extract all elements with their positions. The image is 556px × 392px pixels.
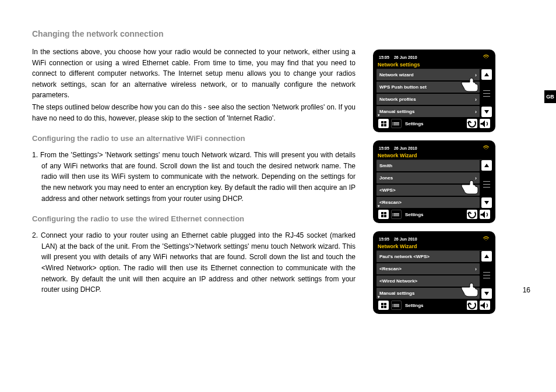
status-time: 15:05 (379, 146, 389, 150)
chevron-right-icon: › (475, 266, 477, 272)
footer-label: Settings (404, 121, 464, 126)
scroll-track (481, 80, 492, 107)
back-button[interactable] (467, 301, 477, 310)
device-screenshot-2: 15:05 26 Jun 2010 Network Wizard Smith J… (373, 140, 495, 223)
home-grid-button[interactable] (378, 301, 389, 310)
list-button[interactable] (391, 301, 402, 310)
screen-title: Network settings (376, 61, 492, 69)
menu-label: Smith (379, 163, 477, 168)
status-time: 15:05 (379, 55, 389, 59)
chevron-right-icon: › (475, 97, 477, 103)
volume-button[interactable] (480, 119, 490, 128)
menu-item-smith[interactable]: Smith (376, 160, 480, 171)
intro-paragraph-2: The steps outlined below describe how yo… (32, 102, 356, 123)
more-indicator-icon: ▾ (378, 295, 380, 299)
list-button[interactable] (391, 119, 402, 128)
wifi-icon (483, 54, 490, 61)
intro-paragraph-1: In the sections above, you choose how yo… (32, 47, 356, 101)
menu-item-wired-network[interactable]: <Wired Network> (376, 276, 480, 287)
list-button[interactable] (391, 210, 402, 219)
heading-ethernet-config: Configuring the radio to use the wired E… (32, 214, 356, 223)
device-screenshot-1: 15:05 26 Jun 2010 Network settings Netwo… (373, 50, 495, 132)
menu-label: <Wired Network> (379, 278, 477, 284)
step-1: 1. From the 'Settings'> 'Network setting… (32, 150, 356, 204)
wifi-icon (483, 236, 490, 242)
language-tab: GB (544, 90, 556, 103)
screen-title: Network Wizard (376, 243, 492, 251)
menu-label: Paul's network <WPS> (379, 254, 477, 259)
menu-item-rescan[interactable]: <Rescan> (376, 197, 480, 208)
volume-button[interactable] (480, 301, 490, 310)
menu-label: <Rescan> (379, 266, 475, 271)
step-2: 2. Connect your radio to your router usi… (32, 230, 356, 295)
scroll-up-button[interactable] (481, 251, 492, 262)
back-button[interactable] (467, 210, 477, 219)
more-indicator-icon: ▾ (378, 204, 380, 209)
chevron-right-icon: › (475, 109, 477, 115)
menu-item-manual-settings[interactable]: Manual settings› (376, 106, 480, 117)
scroll-track (481, 262, 492, 288)
menu-label: Manual settings (379, 291, 477, 296)
menu-label: Manual settings (379, 109, 475, 114)
menu-item-manual-settings-2[interactable]: Manual settings (376, 288, 480, 299)
scroll-down-button[interactable] (481, 197, 492, 208)
heading-wifi-config: Configuring the radio to use an alternat… (32, 134, 356, 143)
status-date: 26 Jun 2010 (394, 146, 417, 150)
menu-item-jones[interactable]: Jones› (376, 172, 480, 183)
footer-label: Settings (404, 212, 464, 217)
menu-label: Network profiles (379, 97, 475, 102)
status-date: 26 Jun 2010 (394, 237, 417, 241)
footer-label: Settings (404, 303, 464, 308)
menu-item-pauls-network[interactable]: Paul's network <WPS> (376, 251, 480, 262)
back-button[interactable] (467, 119, 477, 128)
wifi-icon (483, 145, 490, 151)
home-grid-button[interactable] (378, 210, 389, 219)
menu-label: WPS Push button set (379, 84, 477, 90)
menu-item-wps[interactable]: <WPS> (376, 185, 480, 196)
menu-item-network-wizard[interactable]: Network wizard› (376, 69, 480, 80)
device-screenshot-3: 15:05 26 Jun 2010 Network Wizard Paul's … (373, 231, 495, 314)
page-number: 16 (523, 286, 530, 294)
status-date: 26 Jun 2010 (394, 55, 417, 59)
menu-label: <Rescan> (379, 200, 477, 205)
chevron-right-icon: › (475, 175, 477, 181)
heading-changing-network: Changing the network connection (32, 29, 356, 38)
scroll-down-button[interactable] (481, 288, 492, 299)
scroll-up-button[interactable] (481, 160, 492, 171)
scroll-down-button[interactable] (481, 107, 492, 117)
menu-item-network-profiles[interactable]: Network profiles› (376, 94, 480, 105)
menu-label: Network wizard (379, 72, 475, 77)
screen-title: Network Wizard (376, 152, 492, 160)
menu-item-rescan-2[interactable]: <Rescan>› (376, 263, 480, 274)
scroll-track (481, 171, 492, 197)
menu-label: <WPS> (379, 188, 477, 193)
status-time: 15:05 (379, 237, 389, 241)
scroll-up-button[interactable] (481, 69, 492, 80)
more-indicator-icon: ▾ (378, 113, 380, 118)
menu-item-wps-push[interactable]: WPS Push button set (376, 82, 480, 93)
chevron-right-icon: › (475, 72, 477, 78)
home-grid-button[interactable] (378, 119, 389, 128)
menu-label: Jones (379, 175, 475, 181)
volume-button[interactable] (480, 210, 490, 219)
